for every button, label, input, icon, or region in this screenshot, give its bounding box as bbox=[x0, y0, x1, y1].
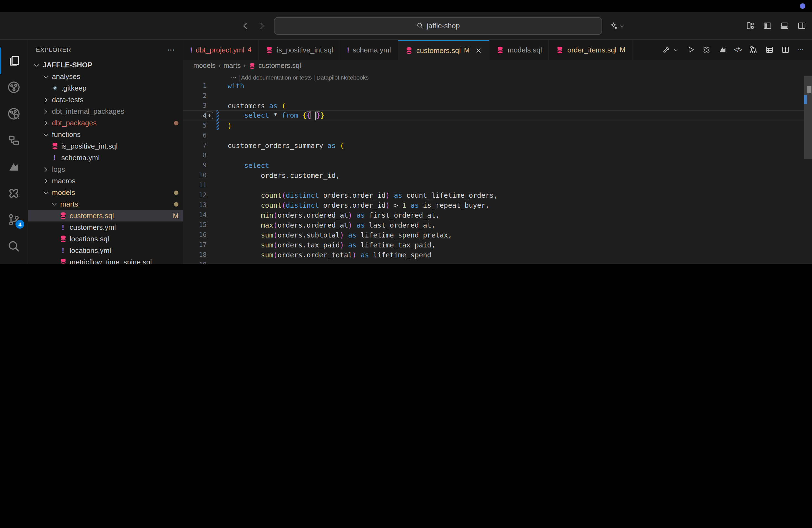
tree-item-locations-yml[interactable]: !locations.yml bbox=[28, 245, 183, 256]
dbt-icon[interactable] bbox=[0, 153, 28, 180]
code-line-3[interactable]: 3customers as ( bbox=[184, 101, 812, 111]
dbt-power-user-icon[interactable] bbox=[702, 45, 711, 54]
explorer-icon[interactable] bbox=[0, 47, 28, 74]
database-file-icon bbox=[496, 46, 504, 54]
breadcrumb-item[interactable]: marts bbox=[223, 62, 241, 70]
status-dot bbox=[800, 3, 806, 9]
tree-item-dbt-packages[interactable]: dbt_packages bbox=[28, 117, 183, 129]
line-number: 18 bbox=[184, 251, 207, 259]
breadcrumb[interactable]: models›marts›customers.sql bbox=[184, 60, 812, 72]
back-button[interactable] bbox=[241, 21, 250, 30]
editor-tab-schema-yml[interactable]: !schema.yml bbox=[340, 40, 398, 60]
close-icon[interactable] bbox=[475, 47, 482, 54]
tree-item-is-positive-int-sql[interactable]: is_positive_int.sql bbox=[28, 140, 183, 152]
tab-label: dbt_project.yml bbox=[196, 46, 244, 54]
chevron-right-icon bbox=[42, 165, 50, 173]
code-line-5[interactable]: 5) bbox=[184, 120, 812, 130]
tree-item-metricflow-time-spine-sql[interactable]: metricflow_time_spine.sql bbox=[28, 256, 183, 264]
code-line-14[interactable]: 14 min(orders.ordered_at) as first_order… bbox=[184, 210, 812, 220]
code-line-16[interactable]: 16 sum(orders.subtotal) as lifetime_spen… bbox=[184, 230, 812, 240]
source-control-icon[interactable]: 4 bbox=[0, 207, 28, 233]
add-button[interactable]: + bbox=[205, 112, 213, 119]
code-line-7[interactable]: 7customer_orders_summary as ( bbox=[184, 140, 812, 150]
code-line-1[interactable]: 1with bbox=[184, 80, 812, 91]
code-line-6[interactable]: 6 bbox=[184, 130, 812, 140]
run-debug-icon[interactable] bbox=[0, 260, 28, 264]
code-editor[interactable]: ⋯ | Add documentation or tests | Datapil… bbox=[184, 72, 812, 264]
code-line-11[interactable]: 11 bbox=[184, 180, 812, 190]
build-icon[interactable] bbox=[662, 45, 670, 54]
tree-item-locations-sql[interactable]: locations.sql bbox=[28, 233, 183, 245]
code-line-10[interactable]: 10 orders.customer_id, bbox=[184, 170, 812, 180]
tree-item-logs[interactable]: logs bbox=[28, 163, 183, 175]
customize-layout-icon[interactable] bbox=[746, 21, 755, 30]
tree-item--gitkeep[interactable]: .gitkeep bbox=[28, 82, 183, 94]
code-line-12[interactable]: 12 count(distinct orders.order_id) as co… bbox=[184, 190, 812, 200]
editor-tab-customers-sql[interactable]: customers.sqlM bbox=[398, 40, 489, 60]
item-label: marts bbox=[60, 200, 78, 208]
editor-tab-order-items-sql[interactable]: order_items.sqlM bbox=[549, 40, 633, 60]
tree-item-data-tests[interactable]: data-tests bbox=[28, 94, 183, 105]
code-icon[interactable]: </> bbox=[734, 46, 742, 54]
codelens-actions[interactable]: ⋯ | Add documentation or tests | Datapil… bbox=[184, 72, 812, 80]
item-label: locations.yml bbox=[70, 246, 111, 254]
editor-group: !dbt_project.yml4is_positive_int.sql!sch… bbox=[184, 40, 812, 264]
code-line-4[interactable]: 4+ select * from {{ }} bbox=[184, 111, 812, 120]
editor-scrollbar[interactable] bbox=[804, 72, 812, 264]
breadcrumb-item[interactable]: models bbox=[193, 62, 216, 70]
item-label: data-tests bbox=[52, 96, 83, 104]
flowchart-icon[interactable] bbox=[0, 127, 28, 153]
code-line-9[interactable]: 9 select bbox=[184, 160, 812, 170]
chevron-down-icon bbox=[50, 200, 58, 208]
tree-item-analyses[interactable]: analyses bbox=[28, 71, 183, 82]
git-compare-icon[interactable] bbox=[749, 45, 758, 54]
editor-tab-is-positive-int-sql[interactable]: is_positive_int.sql bbox=[259, 40, 340, 60]
dbt-query-explorer-icon[interactable] bbox=[0, 101, 28, 127]
run-icon[interactable] bbox=[686, 45, 695, 54]
dbt-lineage-icon[interactable] bbox=[0, 74, 28, 101]
split-editor-icon[interactable] bbox=[781, 45, 790, 54]
editor-tab-dbt-project-yml[interactable]: !dbt_project.yml4 bbox=[184, 40, 259, 60]
chevron-down-icon bbox=[42, 131, 50, 138]
code-line-2[interactable]: 2 bbox=[184, 91, 812, 101]
tree-item-schema-yml[interactable]: !schema.yml bbox=[28, 152, 183, 163]
editor-tab-models-sql[interactable]: models.sql bbox=[489, 40, 549, 60]
toggle-panel-icon[interactable] bbox=[780, 21, 789, 30]
line-number: 8 bbox=[184, 151, 207, 159]
activity-bar: 411 bbox=[0, 40, 28, 264]
yaml-warning-icon: ! bbox=[50, 153, 59, 162]
copilot-menu[interactable] bbox=[609, 21, 625, 30]
tab-badge: M bbox=[464, 46, 469, 54]
breadcrumb-item[interactable]: customers.sql bbox=[259, 62, 301, 70]
code-line-13[interactable]: 13 count(distinct orders.order_id) > 1 a… bbox=[184, 200, 812, 210]
dbt-power-user-icon[interactable] bbox=[0, 180, 28, 207]
line-number: 1 bbox=[184, 82, 207, 89]
dbt-icon[interactable] bbox=[718, 45, 727, 54]
search-icon[interactable] bbox=[0, 233, 28, 260]
code-line-17[interactable]: 17 sum(orders.tax_paid) as lifetime_tax_… bbox=[184, 240, 812, 250]
code-line-18[interactable]: 18 sum(orders.order_total) as lifetime_s… bbox=[184, 250, 812, 260]
tree-item-dbt-internal-packages[interactable]: dbt_internal_packages bbox=[28, 105, 183, 117]
git-file-icon bbox=[50, 84, 59, 92]
tree-item-marts[interactable]: marts bbox=[28, 198, 183, 210]
toggle-sidebar-left-icon[interactable] bbox=[763, 21, 772, 30]
tree-item-models[interactable]: models bbox=[28, 187, 183, 198]
tree-item-functions[interactable]: functions bbox=[28, 129, 183, 140]
overview-modified-mark bbox=[804, 95, 807, 104]
toggle-sidebar-right-icon[interactable] bbox=[797, 21, 807, 30]
git-modified-stripe bbox=[217, 111, 219, 120]
folder-dot-badge bbox=[174, 121, 178, 125]
code-line-8[interactable]: 8 bbox=[184, 150, 812, 160]
tree-root[interactable]: JAFFLE-SHOP bbox=[28, 59, 183, 71]
query-results-icon[interactable] bbox=[765, 45, 774, 54]
tree-item-customers-yml[interactable]: !customers.yml bbox=[28, 221, 183, 233]
tree-item-macros[interactable]: macros bbox=[28, 175, 183, 187]
more-actions-icon[interactable]: ⋯ bbox=[797, 46, 804, 54]
command-center-search[interactable]: jaffle-shop bbox=[274, 17, 602, 34]
tree-item-customers-sql[interactable]: customers.sqlM bbox=[28, 210, 183, 221]
more-actions-icon[interactable]: ⋯ bbox=[167, 45, 175, 54]
forward-button[interactable] bbox=[257, 21, 266, 30]
code-line-15[interactable]: 15 max(orders.ordered_at) as last_ordere… bbox=[184, 220, 812, 230]
code-line-19[interactable]: 19 bbox=[184, 260, 812, 264]
chevron-down-icon[interactable] bbox=[672, 47, 679, 53]
